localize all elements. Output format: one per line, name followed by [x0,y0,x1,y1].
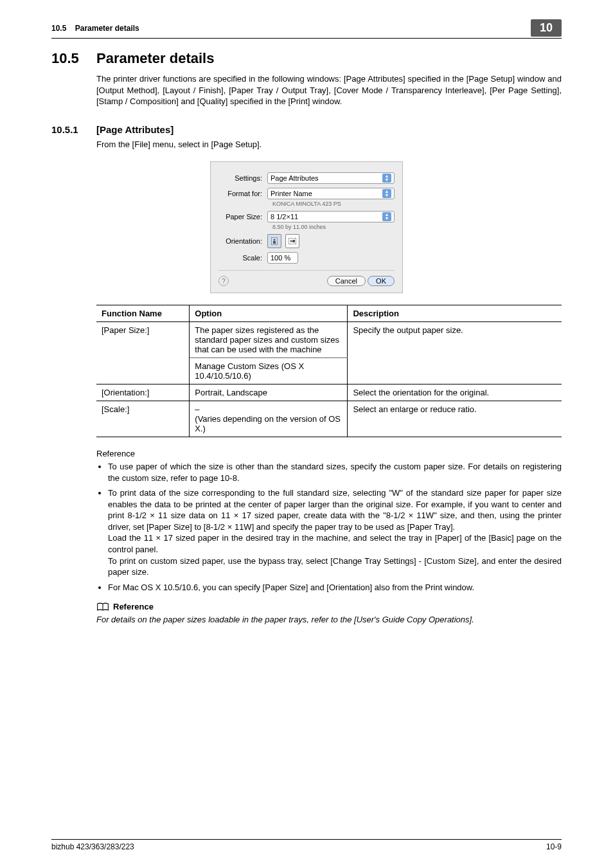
th-description: Description [348,305,562,322]
settings-label: Settings: [218,174,267,182]
subsection-heading: 10.5.1[Page Attributes] [51,124,562,135]
help-icon: ? [222,278,226,285]
running-header: 10.5 Parameter details 10 [51,19,562,39]
help-button[interactable]: ? [218,276,229,286]
settings-value: Page Attributes [271,174,319,182]
cell-opt: – (Varies depending on the version of OS… [190,401,348,437]
scale-input[interactable]: 100 % [267,252,298,264]
cell-opt: Portrait, Landscape [190,384,348,401]
table-row: [Orientation:] Portrait, Landscape Selec… [96,384,562,401]
portrait-person-icon [271,237,278,245]
reference-title: Reference [113,602,154,611]
settings-combo[interactable]: Page Attributes ▲▼ [267,172,395,184]
cell-desc: Specify the output paper size. [348,322,562,384]
footer-left: bizhub 423/363/283/223 [51,842,134,851]
cancel-label: Cancel [335,277,357,285]
svg-rect-2 [273,241,276,244]
cell-opt: Manage Custom Sizes (OS X 10.4/10.5/10.6… [190,358,348,384]
cell-opt: The paper sizes registered as the standa… [190,322,348,358]
h2-number: 10.5.1 [51,124,96,135]
updown-icon: ▲▼ [382,174,391,183]
table-row: [Scale:] – (Varies depending on the vers… [96,401,562,437]
updown-icon: ▲▼ [382,212,391,221]
ok-label: OK [376,277,386,285]
subsection-caption: From the [File] menu, select in [Page Se… [96,139,562,150]
section-heading: 10.5Parameter details [51,50,562,67]
paper-size-label: Paper Size: [218,213,267,221]
table-header-row: Function Name Option Description [96,305,562,322]
svg-rect-5 [292,240,295,242]
paper-size-subtext: 8.50 by 11.00 inches [272,224,395,230]
scale-value: 100 % [271,254,290,262]
book-icon [96,602,109,611]
paper-size-combo[interactable]: 8 1/2×11 ▲▼ [267,211,395,222]
cancel-button[interactable]: Cancel [327,276,366,286]
th-function: Function Name [96,305,190,322]
cell-desc: Select the orientation for the original. [348,384,562,401]
footer-right: 10-9 [546,842,562,851]
svg-point-4 [290,240,292,242]
h1-number: 10.5 [51,50,96,67]
header-section-title: Parameter details [75,24,139,33]
cell-fn: [Scale:] [96,401,190,437]
cell-desc: Select an enlarge or reduce ratio. [348,401,562,437]
reference-label: Reference [96,449,562,458]
orientation-label: Orientation: [218,237,267,245]
updown-icon: ▲▼ [382,189,391,198]
landscape-person-icon [289,238,296,244]
h1-title: Parameter details [96,50,214,66]
th-option: Option [190,305,348,322]
header-left: 10.5 Parameter details [51,24,139,33]
orientation-landscape-button[interactable] [285,234,299,248]
format-for-value: Printer Name [271,190,312,197]
page-setup-dialog: Settings: Page Attributes ▲▼ Format for:… [210,161,403,293]
format-for-combo[interactable]: Printer Name ▲▼ [267,188,395,199]
scale-label: Scale: [218,254,267,262]
page-footer: bizhub 423/363/283/223 10-9 [51,839,562,851]
table-row: [Paper Size:] The paper sizes registered… [96,322,562,358]
reference-block: Reference For details on the paper sizes… [96,602,562,624]
reference-text: For details on the paper sizes loadable … [96,615,562,624]
format-for-subtext: KONICA MINOLTA 423 PS [272,201,395,207]
cell-fn: [Paper Size:] [96,322,190,384]
h2-title: [Page Attributes] [96,124,173,135]
orientation-portrait-button[interactable] [267,234,281,248]
format-for-label: Format for: [218,190,267,197]
reference-bullet-list: To use paper of which the size is other … [96,461,562,593]
header-section-num: 10.5 [51,24,66,33]
list-item: For Mac OS X 10.5/10.6, you can specify … [108,582,562,593]
chapter-badge: 10 [531,19,562,37]
svg-point-1 [274,239,276,241]
intro-paragraph: The printer driver functions are specifi… [96,73,562,107]
ok-button[interactable]: OK [368,276,395,286]
paper-size-value: 8 1/2×11 [271,213,298,221]
cell-fn: [Orientation:] [96,384,190,401]
parameter-table: Function Name Option Description [Paper … [96,305,562,437]
reference-heading: Reference [96,602,154,611]
list-item: To use paper of which the size is other … [108,461,562,484]
list-item: To print data of the size corresponding … [108,487,562,577]
